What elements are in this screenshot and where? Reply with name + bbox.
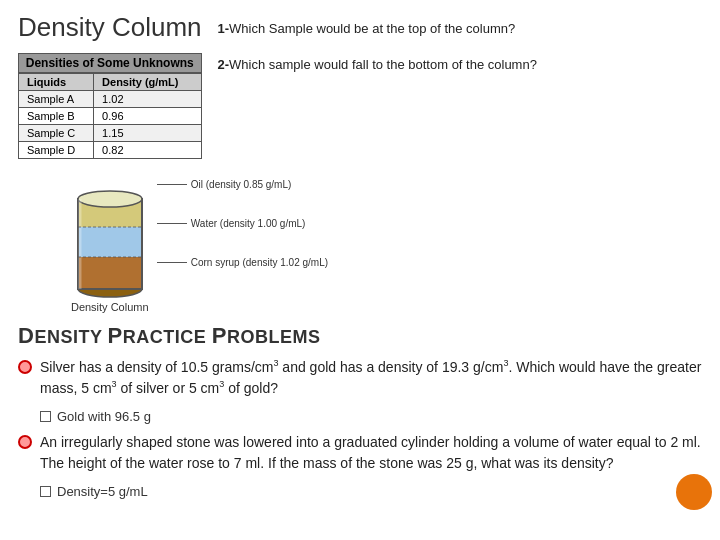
answer-1-text: Gold with 96.5 g [57,409,151,424]
q2-num: 2- [218,57,230,72]
bullet-1 [18,360,32,374]
problem-1: Silver has a density of 10.5 grams/cm3 a… [18,357,702,399]
table-row: Sample D0.82 [19,142,202,159]
left-panel: Density Column Densities of Some Unknown… [18,12,202,313]
column-diagram: Oil (density 0.85 g/mL) Water (density 1… [18,169,202,313]
svg-point-5 [78,191,142,207]
table-row: Sample B0.96 [19,108,202,125]
svg-rect-1 [78,257,142,289]
checkbox-1 [40,411,51,422]
practice-section: DENSITY PRACTICE PROBLEMS Silver has a d… [18,323,702,499]
section-title: DENSITY PRACTICE PROBLEMS [18,323,702,349]
question-2: 2-Which sample would fall to the bottom … [218,56,702,74]
diagram-labels: Oil (density 0.85 g/mL) Water (density 1… [157,179,328,268]
svg-rect-2 [78,227,142,257]
answer-2: Density=5 g/mL [40,484,702,499]
answer-1: Gold with 96.5 g [40,409,702,424]
answer-2-text: Density=5 g/mL [57,484,148,499]
cell-sample-0: Sample A [19,91,94,108]
table-row: Sample C1.15 [19,125,202,142]
cylinder-svg [65,169,155,299]
cell-sample-3: Sample D [19,142,94,159]
col-header-density: Density (g/mL) [94,74,201,91]
q1-num: 1- [218,21,230,36]
cell-density-2: 1.15 [94,125,201,142]
problem-list: Silver has a density of 10.5 grams/cm3 a… [18,357,702,499]
cell-density-0: 1.02 [94,91,201,108]
col-header-liquids: Liquids [19,74,94,91]
slide-title: Density Column [18,12,202,43]
cell-density-1: 0.96 [94,108,201,125]
cell-sample-1: Sample B [19,108,94,125]
syrup-label: Corn syrup (density 1.02 g/mL) [157,257,328,268]
problem-2-text: An irregularly shaped stone was lowered … [40,432,702,474]
table-caption: Densities of Some Unknowns [18,53,202,73]
checkbox-2 [40,486,51,497]
cylinder-wrap: Oil (density 0.85 g/mL) Water (density 1… [65,169,155,299]
oil-label: Oil (density 0.85 g/mL) [157,179,328,190]
problem-1-text: Silver has a density of 10.5 grams/cm3 a… [40,357,702,399]
question-1: 1-Which Sample would be at the top of th… [218,20,702,38]
problem-2: An irregularly shaped stone was lowered … [18,432,702,474]
table-row: Sample A1.02 [19,91,202,108]
top-section: Density Column Densities of Some Unknown… [18,12,702,313]
diagram-caption: Density Column [71,301,149,313]
section-title-text: D [18,323,34,348]
cell-density-3: 0.82 [94,142,201,159]
right-panel: 1-Which Sample would be at the top of th… [218,12,702,75]
bullet-2 [18,435,32,449]
density-table: Densities of Some Unknowns Liquids Densi… [18,53,202,159]
cell-sample-2: Sample C [19,125,94,142]
orange-circle-decoration [676,474,712,510]
water-label: Water (density 1.00 g/mL) [157,218,328,229]
